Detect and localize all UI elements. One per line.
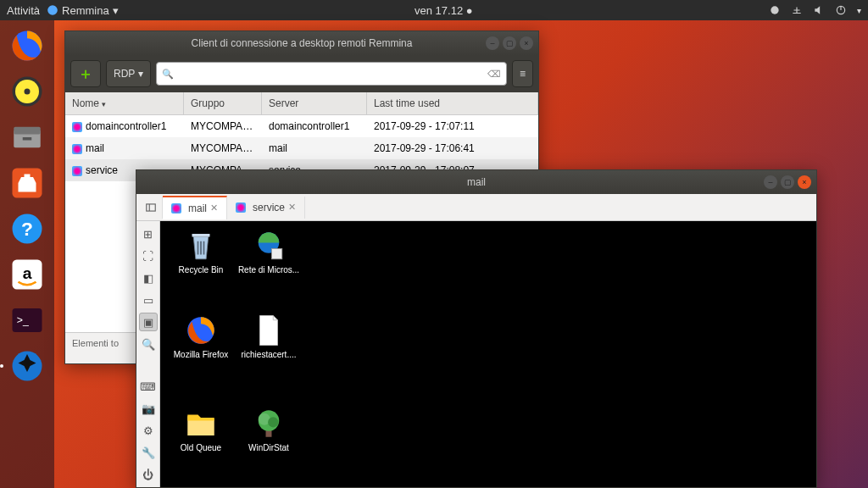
desktop-icon-recycle-bin[interactable]: Recycle Bin	[169, 228, 233, 275]
chevron-down-icon: ▾	[113, 4, 119, 17]
folder-icon	[183, 406, 219, 441]
indicator-remmina-icon[interactable]	[769, 4, 781, 16]
minimize-button[interactable]: –	[486, 36, 499, 50]
svg-point-6	[25, 89, 31, 95]
power-icon[interactable]	[835, 4, 847, 16]
list-item[interactable]: domaincontroller1 MYCOMPANY domaincontro…	[65, 115, 538, 137]
launcher-firefox[interactable]	[7, 25, 47, 66]
connection-icon	[72, 122, 82, 132]
tool-search[interactable]: 🔍	[139, 335, 158, 353]
top-panel: Attività Remmina ▾ ven 17.12 ● ▾	[0, 0, 868, 20]
svg-text:?: ?	[21, 218, 33, 240]
launcher-terminal[interactable]: >_	[7, 300, 47, 341]
maximize-button[interactable]: ▢	[781, 175, 794, 189]
tool-switch[interactable]: ◧	[139, 269, 158, 287]
svg-text:a: a	[23, 264, 32, 282]
desktop-icon-network[interactable]: Rete di Micros...	[236, 228, 301, 275]
svg-rect-8	[14, 127, 41, 135]
remote-desktop[interactable]: Recycle Bin Rete di Micros... Mozilla Fi…	[160, 221, 816, 487]
launcher-help[interactable]: ?	[7, 208, 47, 249]
launcher-amazon[interactable]: a	[7, 254, 47, 295]
icon-label: WinDirStat	[236, 443, 301, 453]
desktop-icon-folder[interactable]: Old Queue	[169, 406, 233, 453]
icon-label: Recycle Bin	[169, 265, 233, 275]
icon-label: Rete di Micros...	[236, 265, 301, 275]
chevron-down-icon: ▾	[138, 68, 143, 80]
window-title: mail	[467, 176, 486, 188]
list-header: Nome ▾ Gruppo Server Last time used	[65, 92, 538, 115]
svg-text:>_: >_	[17, 314, 29, 326]
tool-fit[interactable]: ▣	[139, 313, 158, 331]
close-button[interactable]: ×	[798, 175, 811, 189]
app-menu-label: Remmina	[62, 4, 109, 17]
list-item[interactable]: mail MYCOMPANY mail 2017-09-29 - 17:06:4…	[65, 137, 538, 159]
session-side-toolbar: ⊞ ⛶ ◧ ▭ ▣ 🔍 ⌨ 📷 ⚙ 🔧 ⏻	[136, 221, 160, 487]
connection-icon	[171, 203, 181, 214]
new-connection-button[interactable]: ＋	[70, 60, 101, 87]
column-group[interactable]: Gruppo	[184, 92, 262, 114]
app-menu[interactable]: Remmina ▾	[47, 4, 119, 17]
close-icon[interactable]: ✕	[210, 202, 218, 214]
svg-point-27	[268, 417, 278, 427]
launcher-remmina[interactable]	[7, 346, 47, 386]
maximize-button[interactable]: ▢	[503, 36, 516, 50]
recycle-bin-icon	[183, 228, 219, 263]
volume-icon[interactable]	[813, 4, 825, 16]
svg-rect-22	[272, 249, 282, 259]
hamburger-menu[interactable]: ≡	[512, 60, 533, 87]
tool-scale[interactable]: ▭	[139, 291, 158, 309]
desktop-icon-document[interactable]: richiestacert....	[236, 313, 301, 360]
tab-mail[interactable]: mail ✕	[163, 196, 227, 219]
tool-preferences[interactable]: ⚙	[139, 421, 158, 440]
svg-point-0	[47, 5, 58, 15]
tab-toggle[interactable]	[140, 197, 163, 219]
panel-icon	[145, 202, 157, 214]
connection-icon	[72, 144, 82, 154]
column-name[interactable]: Nome ▾	[65, 92, 184, 114]
close-button[interactable]: ×	[520, 36, 533, 50]
icon-label: richiestacert....	[236, 350, 301, 360]
titlebar[interactable]: mail – ▢ ×	[136, 170, 816, 194]
titlebar[interactable]: Client di connessione a desktop remoti R…	[65, 31, 538, 55]
svg-rect-11	[25, 175, 31, 179]
svg-rect-9	[23, 137, 32, 141]
tab-label: service	[253, 202, 285, 214]
protocol-selector[interactable]: RDP ▾	[106, 60, 151, 87]
launcher-files[interactable]	[7, 117, 47, 158]
tool-resolution[interactable]: ⊞	[139, 225, 158, 243]
connection-icon	[72, 166, 82, 176]
clear-icon[interactable]: ⌫	[487, 69, 501, 80]
column-time[interactable]: Last time used	[367, 92, 538, 114]
svg-point-1	[771, 6, 778, 14]
launcher-rhythmbox[interactable]	[7, 71, 47, 112]
windirstat-icon	[251, 406, 287, 441]
window-title: Client di connessione a desktop remoti R…	[192, 37, 413, 49]
tool-disconnect[interactable]: ⏻	[139, 465, 158, 484]
session-tabbar: mail ✕ service ✕	[136, 194, 816, 221]
minimize-button[interactable]: –	[764, 175, 777, 189]
search-input[interactable]	[174, 68, 487, 80]
clock[interactable]: ven 17.12 ●	[415, 4, 473, 17]
launcher-software[interactable]	[7, 163, 47, 203]
tab-service[interactable]: service ✕	[227, 197, 305, 219]
icon-label: Mozilla Firefox	[169, 350, 233, 360]
close-icon[interactable]: ✕	[288, 202, 296, 213]
search-icon: 🔍	[162, 69, 174, 80]
chevron-down-icon: ▾	[102, 100, 106, 108]
chevron-down-icon: ▾	[857, 6, 861, 15]
tool-tools[interactable]: 🔧	[139, 443, 158, 462]
tool-screenshot[interactable]: 📷	[139, 399, 158, 418]
column-server[interactable]: Server	[262, 92, 367, 114]
quick-connect-field[interactable]: 🔍 ⌫	[156, 62, 507, 86]
document-icon	[251, 313, 287, 348]
activities-button[interactable]: Attività	[7, 4, 40, 17]
tool-keyboard[interactable]: ⌨	[139, 377, 158, 396]
remmina-icon	[47, 4, 58, 16]
desktop-icon-firefox[interactable]: Mozilla Firefox	[169, 313, 233, 360]
desktop-icon-windirstat[interactable]: WinDirStat	[236, 406, 301, 453]
icon-label: Old Queue	[169, 443, 233, 453]
connection-icon	[236, 202, 246, 213]
tool-fullscreen[interactable]: ⛶	[139, 247, 158, 265]
remmina-session-window: mail – ▢ × mail ✕ service ✕ ⊞ ⛶ ◧ ▭ ▣ 🔍	[136, 169, 817, 488]
network-icon[interactable]	[791, 4, 803, 16]
